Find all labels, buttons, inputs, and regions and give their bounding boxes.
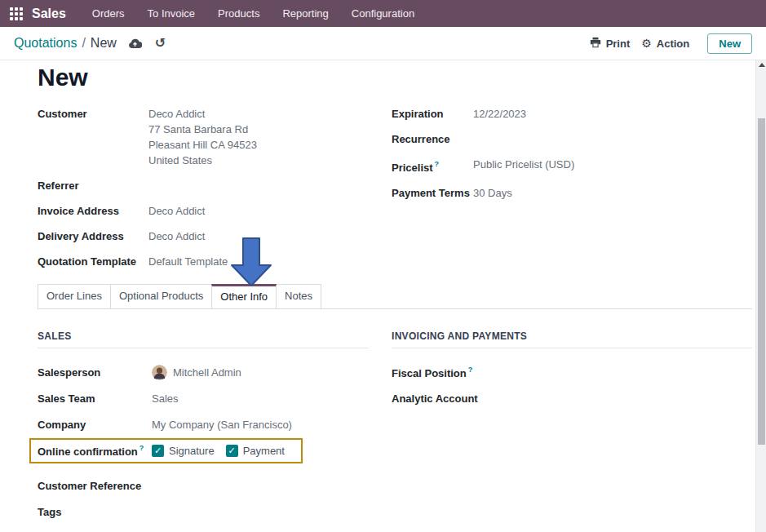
field-tags: Tags: [38, 504, 369, 520]
salesperson-label: Salesperson: [38, 366, 152, 379]
nav-item-reporting[interactable]: Reporting: [271, 0, 339, 27]
help-icon: ?: [468, 366, 473, 374]
vertical-scrollbar[interactable]: [755, 60, 766, 532]
field-expiration: Expiration 12/22/2023: [392, 106, 752, 122]
salesperson-value[interactable]: Mitchell Admin: [152, 365, 241, 380]
customer-address-line: Pleasant Hill CA 94523: [148, 137, 257, 153]
field-fiscal-position: Fiscal Position?: [392, 365, 752, 380]
company-label: Company: [38, 419, 152, 431]
invoice-address-label: Invoice Address: [38, 203, 148, 219]
payment-checkbox-group[interactable]: ✓ Payment: [226, 445, 285, 457]
nav-item-products[interactable]: Products: [206, 0, 271, 27]
help-icon: ?: [435, 160, 440, 168]
sales-section-heading: SALES: [38, 330, 369, 348]
top-navbar: Sales Orders To Invoice Products Reporti…: [0, 0, 766, 27]
discard-undo-icon[interactable]: ↺: [155, 37, 166, 50]
apps-grid-icon[interactable]: [10, 7, 23, 20]
breadcrumb-quotations[interactable]: Quotations: [14, 36, 77, 51]
breadcrumb-current: New: [91, 36, 117, 51]
tags-label: Tags: [38, 506, 152, 518]
customer-label: Customer: [38, 106, 148, 168]
record-title[interactable]: New: [38, 64, 752, 91]
signature-checkbox-group[interactable]: ✓ Signature: [152, 445, 215, 457]
expiration-label: Expiration: [392, 106, 473, 122]
app-name[interactable]: Sales: [32, 7, 66, 21]
help-icon: ?: [139, 444, 144, 452]
delivery-address-value[interactable]: Deco Addict: [148, 228, 205, 244]
control-panel-actions: Print ⚙ Action New: [590, 33, 752, 54]
scroll-up-arrow-icon[interactable]: [759, 63, 765, 67]
breadcrumb: Quotations / New ↺: [14, 36, 166, 51]
analytic-account-label: Analytic Account: [392, 392, 506, 405]
field-referrer: Referrer: [38, 178, 392, 193]
expiration-value[interactable]: 12/22/2023: [473, 106, 526, 122]
nav-menu: Orders To Invoice Products Reporting Con…: [81, 0, 426, 27]
signature-checkbox[interactable]: ✓: [152, 445, 164, 457]
payment-checkbox[interactable]: ✓: [226, 445, 238, 457]
payment-checkbox-label: Payment: [243, 445, 285, 457]
tab-notes[interactable]: Notes: [276, 284, 321, 308]
scrollbar-thumb[interactable]: [758, 118, 765, 445]
field-pricelist: Pricelist? Public Pricelist (USD): [392, 157, 752, 175]
sales-team-value[interactable]: Sales: [152, 392, 179, 405]
field-analytic-account: Analytic Account: [392, 391, 752, 406]
field-quotation-template: Quotation Template Default Template: [38, 254, 392, 269]
quotation-template-value[interactable]: Default Template: [148, 254, 228, 269]
signature-checkbox-label: Signature: [169, 445, 215, 457]
other-info-tab-content: SALES Salesperson Mitchell Admin Sales T: [38, 309, 752, 532]
tab-order-lines[interactable]: Order Lines: [38, 284, 111, 308]
field-payment-terms: Payment Terms 30 Days: [392, 185, 752, 201]
invoicing-section-heading: INVOICING AND PAYMENTS: [392, 330, 752, 348]
field-company: Company My Company (San Francisco): [38, 417, 369, 432]
delivery-address-label: Delivery Address: [38, 228, 148, 244]
control-panel: Quotations / New ↺ Print ⚙ Action: [0, 27, 766, 60]
pricelist-value[interactable]: Public Pricelist (USD): [473, 157, 574, 175]
action-button[interactable]: ⚙ Action: [641, 38, 689, 50]
online-confirmation-label: Online confirmation?: [38, 444, 152, 458]
form-sheet: New Customer Deco Addict 77 Santa Barbar…: [0, 60, 766, 532]
header-field-grid: Customer Deco Addict 77 Santa Barbara Rd…: [38, 106, 752, 279]
nav-item-orders[interactable]: Orders: [81, 0, 136, 27]
printer-icon: [590, 37, 601, 51]
nav-item-configuration[interactable]: Configuration: [340, 0, 426, 27]
new-button[interactable]: New: [707, 33, 752, 54]
salesperson-avatar: [152, 365, 167, 380]
customer-reference-label: Customer Reference: [38, 480, 152, 492]
field-online-confirmation-row: Online confirmation? ✓ Signature ✓ Payme…: [38, 443, 369, 468]
field-recurrence: Recurrence: [392, 131, 752, 147]
sales-team-label: Sales Team: [38, 392, 152, 405]
payment-terms-value[interactable]: 30 Days: [473, 185, 512, 201]
field-customer: Customer Deco Addict 77 Santa Barbara Rd…: [38, 106, 392, 168]
invoice-address-value[interactable]: Deco Addict: [148, 203, 205, 219]
customer-value[interactable]: Deco Addict: [148, 106, 257, 122]
quotation-template-label: Quotation Template: [38, 254, 148, 269]
print-label: Print: [606, 38, 631, 50]
tab-optional-products[interactable]: Optional Products: [110, 284, 212, 308]
field-sales-team: Sales Team Sales: [38, 391, 369, 406]
payment-terms-label: Payment Terms: [392, 185, 473, 201]
field-delivery-address: Delivery Address Deco Addict: [38, 228, 392, 244]
fiscal-position-label: Fiscal Position?: [392, 366, 506, 379]
company-value[interactable]: My Company (San Francisco): [152, 419, 292, 431]
field-salesperson: Salesperson Mitchell Admin: [38, 365, 369, 380]
field-invoice-address: Invoice Address Deco Addict: [38, 203, 392, 219]
tab-other-info[interactable]: Other Info: [211, 284, 277, 308]
pricelist-label: Pricelist?: [392, 157, 473, 175]
customer-address-line: United States: [148, 153, 257, 168]
action-label: Action: [657, 38, 689, 50]
gear-icon: ⚙: [641, 38, 652, 49]
print-button[interactable]: Print: [590, 37, 631, 51]
salesperson-name: Mitchell Admin: [173, 366, 241, 379]
save-cloud-icon[interactable]: [128, 38, 142, 49]
breadcrumb-separator: /: [82, 36, 85, 51]
recurrence-label: Recurrence: [392, 131, 473, 147]
nav-item-to-invoice[interactable]: To Invoice: [136, 0, 207, 27]
gold-highlight-annotation: Online confirmation? ✓ Signature ✓ Payme…: [29, 438, 303, 463]
field-customer-reference: Customer Reference: [38, 478, 369, 494]
notebook-tabs: Order Lines Optional Products Other Info…: [38, 284, 752, 309]
referrer-label: Referrer: [38, 178, 148, 193]
customer-address-line: 77 Santa Barbara Rd: [148, 122, 257, 137]
